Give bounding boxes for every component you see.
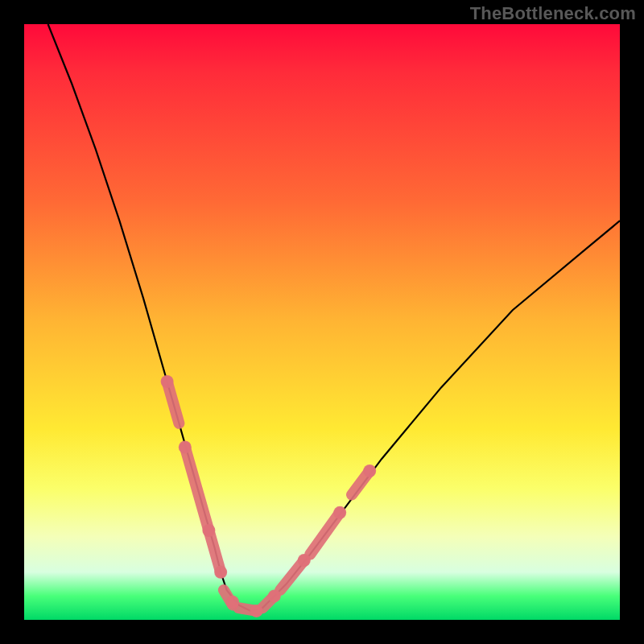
marker-dot: [363, 464, 376, 477]
marker-dot: [226, 596, 239, 609]
marker-segment: [185, 447, 209, 530]
marker-dot: [179, 440, 192, 453]
marker-dot: [268, 589, 281, 602]
marker-group: [161, 375, 377, 617]
watermark-text: TheBottleneck.com: [470, 3, 636, 24]
marker-dot: [333, 506, 346, 519]
marker-dot: [250, 605, 263, 617]
marker-segment: [310, 513, 340, 555]
marker-dot: [214, 566, 227, 579]
frame: TheBottleneck.com: [0, 0, 644, 644]
marker-dot: [298, 554, 311, 567]
marker-segment: [208, 530, 221, 572]
marker-segment: [167, 382, 180, 423]
marker-dot: [202, 524, 215, 537]
chart-svg: [24, 24, 620, 620]
plot-area: [24, 24, 620, 620]
marker-dot: [161, 375, 174, 388]
